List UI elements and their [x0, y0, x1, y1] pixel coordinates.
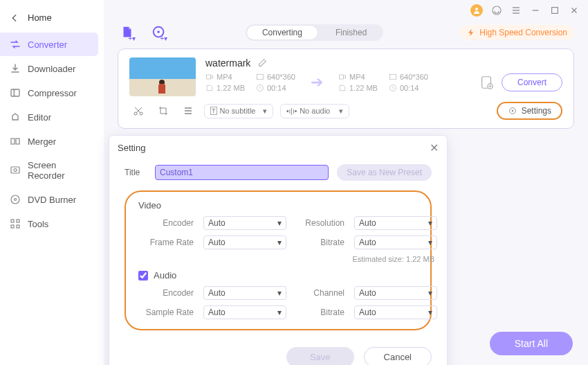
sidebar-item-label: Editor	[28, 112, 51, 123]
audio-encoder-select[interactable]: Auto▾	[203, 286, 286, 300]
video-section-heading: Video	[138, 200, 418, 211]
resolution-icon	[389, 73, 397, 81]
download-icon	[10, 63, 21, 74]
sidebar-item-tools[interactable]: Tools	[0, 212, 98, 235]
video-encoder-select[interactable]: Auto▾	[203, 216, 286, 230]
sidebar-item-label: Merger	[28, 136, 56, 147]
sidebar-item-merger[interactable]: Merger	[0, 130, 98, 153]
modal-close-icon[interactable]: ✕	[430, 141, 439, 154]
resolution-icon	[256, 73, 264, 81]
toolbar: +▾ +▾ Converting Finished High Speed Con…	[104, 21, 588, 48]
size-icon	[338, 84, 347, 92]
file-title: watermark	[205, 57, 250, 69]
audio-bitrate-select[interactable]: Auto▾	[354, 305, 437, 319]
chevron-down-icon: ▾	[428, 238, 432, 247]
sidebar-item-label: DVD Burner	[28, 195, 76, 205]
avatar[interactable]	[470, 4, 483, 17]
save-button[interactable]: Save	[286, 347, 354, 365]
home-label: Home	[28, 12, 52, 23]
audio-checkbox[interactable]	[138, 271, 148, 281]
disc-icon	[10, 194, 21, 205]
edit-icon[interactable]	[257, 58, 267, 68]
add-disc-button[interactable]: +▾	[149, 24, 169, 42]
thumbnail[interactable]	[129, 57, 196, 96]
minimize-icon[interactable]	[530, 5, 541, 16]
sidebar-item-converter[interactable]: Converter	[0, 33, 98, 56]
audio-value: No audio	[300, 107, 330, 115]
dst-resolution: 640*360	[400, 73, 428, 81]
video-icon	[338, 73, 347, 81]
svg-rect-20	[389, 74, 396, 80]
audio-dropdown[interactable]: •ı|ı•No audio▾	[280, 104, 349, 118]
chevron-down-icon: ▾	[277, 218, 282, 228]
converter-icon	[10, 39, 21, 50]
size-icon	[205, 84, 214, 92]
sidebar-item-editor[interactable]: Editor	[0, 105, 98, 129]
add-file-button[interactable]: +▾	[118, 24, 137, 42]
cancel-button[interactable]: Cancel	[364, 347, 432, 365]
framerate-label: Frame Rate	[138, 238, 194, 247]
recorder-icon	[10, 165, 21, 176]
video-bitrate-select[interactable]: Auto▾	[354, 235, 437, 249]
audio-bitrate-label: Bitrate	[296, 308, 344, 317]
audio-encoder-label: Encoder	[138, 288, 194, 298]
arrow-right-icon: ➔	[311, 73, 323, 91]
samplerate-label: Sample Rate	[138, 308, 194, 317]
sidebar-item-screen-recorder[interactable]: Screen Recorder	[0, 154, 98, 187]
sidebar: Home Converter Downloader Compressor Edi…	[0, 0, 104, 365]
channel-label: Channel	[296, 288, 344, 298]
clock-icon	[256, 84, 264, 92]
titlebar	[104, 0, 588, 21]
video-framerate-select[interactable]: Auto▾	[203, 235, 286, 249]
audio-channel-select[interactable]: Auto▾	[354, 286, 437, 300]
svg-rect-16	[207, 75, 211, 79]
settings-modal: Setting ✕ Title Save as New Preset Video…	[109, 135, 448, 365]
svg-point-5	[11, 195, 19, 204]
close-icon[interactable]	[569, 5, 580, 16]
chevron-down-icon: ▾	[263, 107, 267, 116]
estimated-size: Estimated size: 1.22 MB	[296, 255, 437, 263]
sidebar-item-dvd-burner[interactable]: DVD Burner	[0, 188, 98, 211]
sidebar-item-compressor[interactable]: Compressor	[0, 81, 98, 105]
hsc-label: High Speed Conversion	[479, 28, 567, 37]
high-speed-toggle[interactable]: High Speed Conversion	[460, 25, 574, 40]
home-link[interactable]: Home	[0, 7, 104, 28]
tab-finished[interactable]: Finished	[319, 24, 383, 41]
bitrate-label: Bitrate	[296, 238, 344, 247]
preset-icon[interactable]	[479, 75, 495, 90]
cut-icon[interactable]	[129, 103, 147, 118]
svg-rect-17	[257, 74, 263, 80]
crop-icon[interactable]	[154, 103, 172, 118]
resolution-label: Resolution	[296, 218, 344, 228]
clock-icon	[389, 84, 397, 92]
src-resolution: 640*360	[267, 73, 295, 81]
maximize-icon[interactable]	[549, 5, 560, 16]
settings-label: Settings	[522, 106, 551, 116]
svg-rect-2	[16, 139, 19, 144]
title-input[interactable]	[155, 165, 329, 180]
menu-icon[interactable]	[511, 5, 522, 16]
save-preset-button[interactable]: Save as New Preset	[337, 164, 432, 181]
tab-segment: Converting Finished	[246, 24, 383, 41]
svg-rect-8	[17, 220, 19, 222]
convert-button[interactable]: Convert	[502, 73, 562, 91]
modal-title: Setting	[118, 143, 145, 153]
title-label: Title	[125, 168, 147, 177]
settings-button[interactable]: Settings	[497, 102, 562, 120]
chevron-left-icon	[10, 13, 19, 23]
sidebar-item-label: Downloader	[28, 64, 75, 74]
lightning-icon	[467, 28, 475, 37]
support-icon[interactable]	[491, 5, 502, 16]
subtitle-value: No subtitle	[220, 107, 256, 115]
subtitle-dropdown[interactable]: TNo subtitle▾	[204, 104, 273, 118]
tab-converting[interactable]: Converting	[247, 26, 318, 39]
video-resolution-select[interactable]: Auto▾	[354, 216, 437, 230]
more-icon[interactable]	[179, 103, 197, 118]
audio-samplerate-select[interactable]: Auto▾	[203, 305, 286, 319]
sidebar-item-label: Tools	[28, 219, 48, 229]
start-all-button[interactable]: Start All	[490, 332, 573, 355]
chevron-down-icon: ▾	[428, 308, 432, 317]
svg-point-4	[14, 169, 17, 172]
svg-point-6	[15, 199, 17, 201]
sidebar-item-downloader[interactable]: Downloader	[0, 57, 98, 80]
